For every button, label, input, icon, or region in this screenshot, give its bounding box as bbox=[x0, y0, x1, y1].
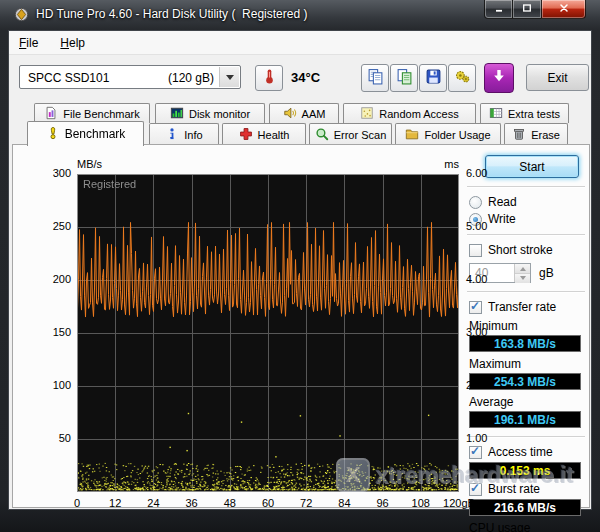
thermometer-icon bbox=[261, 68, 278, 89]
start-button[interactable]: Start bbox=[485, 155, 579, 178]
toolbar: SPCC SSD101 (120 gB) 34°C Exit bbox=[9, 56, 591, 101]
menu-bar: File Help bbox=[9, 31, 591, 55]
transfer-rate-label: Transfer rate bbox=[488, 300, 556, 314]
download-button[interactable] bbox=[484, 63, 514, 93]
client-area: File Help SPCC SSD101 (120 gB) 34°C Exit… bbox=[8, 30, 592, 510]
save-button[interactable] bbox=[419, 64, 447, 92]
tab-aam[interactable]: AAM bbox=[269, 103, 339, 123]
maximum-label: Maximum bbox=[469, 357, 587, 371]
read-label: Read bbox=[488, 195, 517, 209]
burst-rate-option[interactable]: Burst rate bbox=[469, 482, 587, 496]
short-stroke-option[interactable]: Short stroke bbox=[469, 243, 587, 257]
maximize-button[interactable] bbox=[513, 0, 541, 19]
tab-label: Benchmark bbox=[65, 127, 126, 141]
menu-help-accel: H bbox=[60, 36, 69, 50]
axis-tick-label: 1.00 bbox=[466, 432, 487, 444]
drive-select[interactable]: SPCC SSD101 (120 gB) bbox=[19, 65, 241, 89]
file-benchmark-icon bbox=[44, 106, 58, 122]
transfer-rate-option[interactable]: Transfer rate bbox=[469, 300, 587, 314]
hd-tune-app-icon bbox=[14, 7, 29, 22]
tab-folder-usage[interactable]: Folder Usage bbox=[395, 123, 501, 145]
menu-help-rest: elp bbox=[69, 36, 85, 50]
copy-image-button[interactable] bbox=[390, 64, 418, 92]
read-option[interactable]: Read bbox=[469, 195, 587, 209]
tab-random-access[interactable]: Random Access bbox=[343, 103, 476, 123]
stepper-up-icon[interactable] bbox=[515, 264, 530, 274]
axis-tick-label: 3.00 bbox=[466, 326, 487, 338]
close-icon bbox=[558, 0, 570, 18]
copy-button[interactable] bbox=[361, 64, 389, 92]
tab-label: Erase bbox=[531, 129, 560, 141]
info-icon bbox=[165, 127, 179, 143]
axis-tick-label: 100 bbox=[33, 379, 71, 391]
stepper-down-icon[interactable] bbox=[515, 274, 530, 283]
separator bbox=[467, 186, 585, 188]
close-button[interactable] bbox=[541, 0, 586, 19]
download-icon bbox=[491, 68, 507, 88]
tab-label: Extra tests bbox=[508, 108, 560, 120]
minimize-button[interactable] bbox=[484, 0, 513, 19]
tab-label: Health bbox=[258, 129, 290, 141]
axis-tick-label: 200 bbox=[33, 273, 71, 285]
y-left-axis-unit: MB/s bbox=[77, 158, 102, 170]
maximize-icon bbox=[521, 0, 533, 18]
random-access-icon bbox=[360, 106, 374, 122]
folder-usage-icon bbox=[405, 127, 419, 143]
average-label: Average bbox=[469, 395, 587, 409]
tab-error-scan[interactable]: Error Scan bbox=[309, 123, 392, 145]
average-value: 196.1 MB/s bbox=[469, 411, 581, 428]
access-time-option[interactable]: Access time bbox=[469, 445, 587, 459]
access-time-label: Access time bbox=[488, 445, 553, 459]
tab-benchmark[interactable]: Benchmark bbox=[27, 121, 144, 146]
transfer-rate-checkbox[interactable] bbox=[469, 301, 482, 314]
separator bbox=[467, 291, 585, 293]
title-bar: HD Tune Pro 4.60 - Hard Disk Utility ( R… bbox=[0, 0, 600, 30]
burst-rate-value: 216.6 MB/s bbox=[469, 499, 581, 516]
error-scan-icon bbox=[315, 127, 329, 143]
window-controls bbox=[484, 0, 586, 19]
chevron-down-icon[interactable] bbox=[219, 67, 239, 87]
window-title: HD Tune Pro 4.60 - Hard Disk Utility ( R… bbox=[36, 7, 307, 21]
drive-name: SPCC SSD101 bbox=[28, 71, 109, 85]
cpu-usage-label: CPU usage bbox=[469, 521, 587, 532]
burst-rate-label: Burst rate bbox=[488, 482, 540, 496]
exit-button[interactable]: Exit bbox=[526, 64, 589, 91]
axis-tick-label: 150 bbox=[33, 326, 71, 338]
temperature-button[interactable] bbox=[255, 65, 283, 91]
options-button[interactable] bbox=[448, 64, 476, 92]
tab-health[interactable]: Health bbox=[222, 123, 306, 145]
write-label: Write bbox=[488, 212, 516, 226]
temperature-value: 34°C bbox=[291, 70, 320, 85]
tab-erase[interactable]: Erase bbox=[504, 123, 568, 145]
aam-icon bbox=[283, 106, 297, 122]
capacity-unit: gB bbox=[539, 266, 554, 280]
tab-disk-monitor[interactable]: Disk monitor bbox=[155, 103, 265, 123]
axis-tick-label: 2.00 bbox=[466, 379, 487, 391]
axis-tick-label: 120gB bbox=[437, 497, 481, 509]
axis-tick-label: 250 bbox=[33, 220, 71, 232]
short-stroke-checkbox[interactable] bbox=[469, 244, 482, 257]
save-icon bbox=[425, 68, 442, 89]
access-time-checkbox[interactable] bbox=[469, 446, 482, 459]
tab-extra-tests[interactable]: Extra tests bbox=[480, 103, 569, 123]
erase-icon bbox=[512, 127, 526, 143]
tab-label: Info bbox=[184, 129, 202, 141]
menu-file[interactable]: File bbox=[19, 36, 38, 50]
tab-info[interactable]: Info bbox=[149, 123, 219, 145]
minimize-icon bbox=[493, 0, 505, 18]
read-radio[interactable] bbox=[469, 196, 482, 209]
disk-monitor-icon bbox=[170, 106, 184, 122]
stepper-buttons[interactable] bbox=[514, 264, 530, 282]
tab-label: Random Access bbox=[379, 108, 458, 120]
tab-file-benchmark[interactable]: File Benchmark bbox=[34, 103, 150, 123]
tab-label: Folder Usage bbox=[424, 129, 490, 141]
menu-help[interactable]: Help bbox=[60, 36, 85, 50]
copy-image-icon bbox=[396, 68, 413, 89]
tab-label: Error Scan bbox=[334, 129, 387, 141]
tab-label: File Benchmark bbox=[63, 108, 139, 120]
extra-tests-icon bbox=[489, 106, 503, 122]
axis-tick-label: 300 bbox=[33, 167, 71, 179]
burst-rate-checkbox[interactable] bbox=[469, 483, 482, 496]
tab-label: AAM bbox=[302, 108, 326, 120]
drive-size: (120 gB) bbox=[168, 71, 214, 85]
